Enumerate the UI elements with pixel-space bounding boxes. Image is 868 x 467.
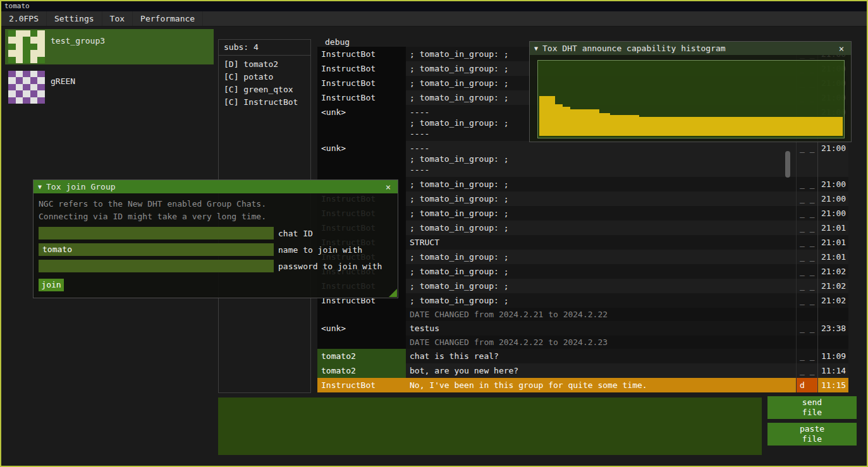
chat-id-input[interactable] <box>39 227 274 240</box>
avatar-pixel <box>8 50 16 56</box>
message-author: <unk> <box>317 105 406 141</box>
histogram-window-title: Tox DHT announce capability histogram <box>542 44 832 53</box>
avatar-pixel <box>37 77 45 83</box>
avatar-pixel <box>30 71 38 77</box>
histogram-plot <box>537 60 845 138</box>
join-description-line: NGC refers to the New DHT enabled Group … <box>39 198 393 210</box>
resize-grip[interactable] <box>389 289 397 297</box>
window-title: tomato <box>4 2 30 10</box>
avatar-pixel <box>30 50 38 56</box>
menu-item-2-0fps[interactable]: 2.0FPS <box>1 11 47 26</box>
message-text: No, I've been in this group for quite so… <box>406 378 796 392</box>
message-time: 21:01 <box>817 221 848 235</box>
avatar-pixel <box>30 57 38 63</box>
message-status: _ _ <box>796 141 817 177</box>
group-label: gREEN <box>51 76 75 86</box>
menu-bar: 2.0FPSSettingsToxPerformance <box>1 11 867 27</box>
subs-list: [D] tomato2[C] potato[C] green_qtox[C] I… <box>219 58 310 109</box>
message-status <box>796 336 817 349</box>
join-window-titlebar[interactable]: ▼ Tox join Group × <box>34 180 398 193</box>
avatar-pixel <box>23 57 30 63</box>
join-password-input[interactable] <box>39 260 274 272</box>
avatar-pixel <box>16 30 23 37</box>
avatar-pixel <box>30 77 38 83</box>
message-time <box>817 336 848 349</box>
window-titlebar: tomato <box>1 1 867 11</box>
subs-item-c-green-qtox[interactable]: [C] green_qtox <box>219 83 310 96</box>
avatar-pixel <box>8 71 16 77</box>
chat-id-label: chat ID <box>278 229 313 238</box>
message-text: STRUCT <box>406 235 796 250</box>
group-item-green[interactable]: gREEN <box>5 70 214 105</box>
message-author <box>317 308 406 321</box>
avatar-pixel <box>16 44 23 50</box>
message-author: <unk> <box>317 141 406 177</box>
avatar-pixel <box>37 97 45 104</box>
send-file-button[interactable]: send file <box>767 396 857 419</box>
collapse-arrow-icon[interactable]: ▼ <box>38 183 42 190</box>
message-row[interactable]: InstructBotNo, I've been in this group f… <box>317 378 848 392</box>
close-icon[interactable]: × <box>383 182 393 192</box>
message-row[interactable]: tomato2chat is this real?_ _11:09 <box>317 349 848 363</box>
group-item-test-group3[interactable]: test_group3 <box>5 29 214 64</box>
message-author: tomato2 <box>317 363 406 378</box>
message-status: _ _ <box>796 250 817 264</box>
message-author: InstructBot <box>317 61 406 76</box>
join-window-title: Tox join Group <box>46 182 379 191</box>
message-input[interactable] <box>218 397 762 455</box>
chat-tab-debug[interactable]: debug <box>325 37 350 47</box>
avatar-pixel <box>8 37 16 43</box>
collapse-arrow-icon[interactable]: ▼ <box>534 45 538 52</box>
message-text: bot, are you new here? <box>406 363 796 378</box>
message-row[interactable]: tomato2bot, are you new here?_ _11:14 <box>317 363 848 378</box>
subs-item-c-potato[interactable]: [C] potato <box>219 71 310 83</box>
avatar-pixel <box>37 44 45 50</box>
date-separator-row: DATE CHANGED from 2024.2.22 to 2024.2.23 <box>317 336 848 349</box>
message-author <box>317 336 406 349</box>
message-text: ; tomato_in_group: ; <box>406 221 796 235</box>
message-time: 11:14 <box>817 363 848 378</box>
message-row[interactable]: <unk>testus_ _23:38 <box>317 321 848 336</box>
message-row[interactable]: <unk>---- ; tomato_in_group: ; ----_ _21… <box>317 141 848 177</box>
avatar-pixel <box>30 30 38 37</box>
avatar-pixel <box>30 44 38 50</box>
menu-item-performance[interactable]: Performance <box>133 11 203 26</box>
message-time <box>817 308 848 321</box>
scrollbar-thumb[interactable] <box>785 151 790 178</box>
group-avatar <box>8 71 45 104</box>
subs-item-c-instructbot[interactable]: [C] InstructBot <box>219 96 310 109</box>
avatar-pixel <box>23 50 30 56</box>
avatar-pixel <box>16 50 23 56</box>
message-time: 21:00 <box>817 191 848 206</box>
message-text: ; tomato_in_group: ; <box>406 279 796 293</box>
join-window-body: NGC refers to the New DHT enabled Group … <box>34 193 398 296</box>
avatar-pixel <box>37 37 45 43</box>
histogram-window-titlebar[interactable]: ▼ Tox DHT announce capability histogram … <box>530 42 851 55</box>
join-button[interactable]: join <box>39 279 64 291</box>
message-status: _ _ <box>796 279 817 293</box>
message-text: ; tomato_in_group: ; <box>406 264 796 279</box>
avatar-pixel <box>8 57 16 63</box>
message-time: 21:00 <box>817 141 848 177</box>
join-name-input[interactable]: tomato <box>39 243 274 256</box>
avatar-pixel <box>30 37 38 43</box>
message-text: ; tomato_in_group: ; <box>406 191 796 206</box>
avatar-pixel <box>8 97 16 104</box>
menu-item-tox[interactable]: Tox <box>102 11 133 26</box>
menu-item-settings[interactable]: Settings <box>47 11 102 26</box>
avatar-pixel <box>16 90 23 97</box>
histogram-bar <box>539 96 555 136</box>
message-text: ---- ; tomato_in_group: ; ---- <box>406 141 796 177</box>
avatar-pixel <box>30 84 38 90</box>
paste-file-button[interactable]: paste file <box>767 423 857 446</box>
message-author: <unk> <box>317 321 406 336</box>
message-author: InstructBot <box>317 76 406 90</box>
message-status: _ _ <box>796 363 817 378</box>
message-time: 21:02 <box>817 264 848 279</box>
avatar-pixel <box>37 30 45 37</box>
join-password-label: password to join with <box>278 262 382 271</box>
subs-item-d-tomato2[interactable]: [D] tomato2 <box>219 58 310 71</box>
histogram-bar <box>599 113 610 136</box>
date-changed-text: DATE CHANGED from 2024.2.22 to 2024.2.23 <box>406 336 796 349</box>
close-icon[interactable]: × <box>836 44 847 54</box>
